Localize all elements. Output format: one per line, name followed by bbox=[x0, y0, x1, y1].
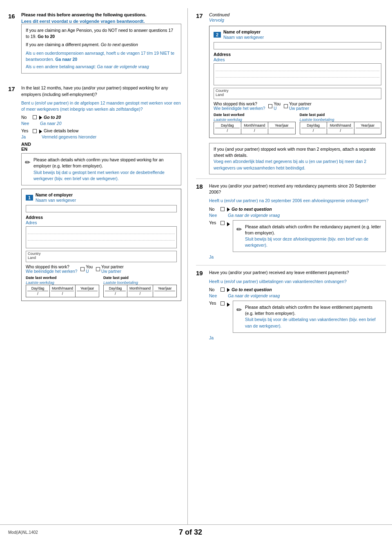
q19-yes-checkbox[interactable] bbox=[220, 301, 225, 305]
employer-1-header: 1 Name of employer Naam van werkgever bbox=[26, 192, 177, 203]
q17-no-row: No Go to 20 bbox=[21, 115, 181, 120]
employer-1-addr-en: Address bbox=[26, 215, 177, 220]
employer-2-addr-line-1[interactable] bbox=[216, 65, 379, 71]
employer-2-address-labels: Address Adres bbox=[214, 52, 381, 62]
employer-1-name-nl: Naam van werkgever bbox=[36, 198, 76, 203]
lp-year-2[interactable]: Year/jaar bbox=[354, 122, 381, 134]
page-number: 7 of 32 bbox=[179, 528, 202, 537]
employer-2-address-box bbox=[214, 63, 381, 85]
q18-no-nl-label: Nee bbox=[209, 213, 220, 218]
who-stopped-nl-1: Wie beëindigde het werken? bbox=[26, 269, 77, 274]
lw-day-2[interactable]: Day/dag / bbox=[214, 122, 241, 134]
q16-content: Please read this before answering the fo… bbox=[21, 12, 181, 78]
employer-2-name-input[interactable] bbox=[214, 42, 381, 49]
employer-2-addr-line-3[interactable] bbox=[216, 78, 379, 84]
employer-1-who-stopped: Who stopped this work? Wie beëindigde he… bbox=[26, 265, 177, 274]
last-paid-en-1: Date last paid bbox=[103, 275, 177, 280]
q19-attach-box: ✏ Please attach details which confirm th… bbox=[233, 301, 386, 333]
lw-day-1[interactable]: Day/dag / bbox=[26, 285, 50, 297]
q18-yes-label: Yes bbox=[209, 220, 220, 225]
employer-1-name-input[interactable] bbox=[26, 205, 177, 212]
q17-yes-label: Yes bbox=[21, 128, 33, 133]
lp-year-1[interactable]: Year/jaar bbox=[153, 285, 176, 297]
pencil-icon-1: ✏ bbox=[25, 158, 30, 167]
q18-yes-row: Yes ✏ Please attach details which confir… bbox=[209, 220, 386, 252]
last-paid-fields-1: Day/dag / Month/maand / Year/jaar bbox=[103, 285, 177, 297]
q19-content: Have you (and/or your partner) received … bbox=[209, 270, 386, 341]
q19-yes-nl-label: Ja bbox=[209, 335, 220, 340]
partner-nl-1: Uw partner bbox=[101, 269, 124, 274]
q17-yes-checkbox[interactable] bbox=[33, 129, 37, 133]
you-labels-2: You U bbox=[274, 102, 281, 111]
q18-text-nl: Heeft u (en/of uw partner) na 20 septemb… bbox=[209, 198, 386, 204]
q17-no-label: No bbox=[21, 115, 33, 120]
q17-yes-detail-nl: Vermeld gegevens hieronder bbox=[42, 134, 96, 139]
you-labels-1: You U bbox=[86, 265, 93, 274]
who-stopped-en-1: Who stopped this work? bbox=[26, 265, 77, 269]
q17-info-nl: Voeg een afzonderlijk blad met gegevens … bbox=[214, 159, 366, 170]
q18-no-checkbox[interactable] bbox=[220, 207, 225, 211]
employer-1-address-labels: Address Adres bbox=[26, 215, 177, 225]
lw-year-1[interactable]: Year/jaar bbox=[76, 285, 99, 297]
section-18: 18 Have you (and/or your partner) receiv… bbox=[196, 183, 386, 261]
q16-goto3: Ga naar 20 bbox=[55, 57, 77, 62]
q17-no-goto-en: Go to 20 bbox=[44, 115, 61, 120]
employer-1-last-worked: Date last worked Laatste werkdag Day/dag… bbox=[26, 275, 99, 297]
q17-attach-nl: Sluit bewijs bij dat u gestopt bent met … bbox=[33, 170, 165, 181]
q18-yes-checkbox[interactable] bbox=[220, 221, 225, 225]
employer-2-addr-line-2[interactable] bbox=[216, 71, 379, 78]
partner-checkbox-1[interactable] bbox=[96, 267, 100, 271]
q17-right-num: 17 bbox=[196, 12, 209, 174]
q19-yes-row: Yes ✏ Please attach details which confir… bbox=[209, 301, 386, 333]
pencil-icon-2: ✏ bbox=[236, 225, 242, 234]
q19-no-row: No Go to next question bbox=[209, 287, 386, 292]
last-worked-en-2: Date last worked bbox=[214, 112, 296, 117]
q17-no-nl-row: Nee Ga naar 20 bbox=[21, 121, 181, 126]
lp-month-1[interactable]: Month/maand / bbox=[127, 285, 153, 297]
q18-no-goto-nl: Ga naar de volgende vraag bbox=[228, 213, 280, 218]
q18-number: 18 bbox=[196, 183, 209, 261]
q16-goto4: Ga naar de volgende vraag bbox=[97, 64, 149, 69]
q17-en: EN bbox=[21, 147, 27, 152]
q16-notice3-text: Als u een ouderdomspensioen aanvraagt, h… bbox=[26, 51, 174, 62]
employer-1-dates: Date last worked Laatste werkdag Day/dag… bbox=[26, 275, 177, 297]
q17-number: 17 bbox=[8, 85, 21, 306]
partner-checkbox-2[interactable] bbox=[284, 104, 288, 108]
you-checkbox-2[interactable] bbox=[268, 104, 272, 108]
q17-no-checkbox[interactable] bbox=[33, 115, 37, 119]
employer-2-name-nl: Naam van werkgever bbox=[223, 35, 264, 40]
lp-day-1[interactable]: Day/dag / bbox=[104, 285, 127, 297]
lw-month-2[interactable]: Month/maand / bbox=[241, 122, 269, 134]
you-en-2: You bbox=[274, 102, 281, 106]
q19-attach-nl: Sluit bewijs bij voor de uitbetaling van… bbox=[245, 317, 376, 328]
divider-17-18 bbox=[196, 178, 386, 179]
lp-month-2[interactable]: Month/maand / bbox=[327, 122, 354, 134]
employer-2-name-labels: Name of employer Naam van werkgever bbox=[223, 29, 264, 40]
q17-continued-nl: Vervolg bbox=[209, 18, 386, 22]
employer-2-dates: Date last worked Laatste werkdag Day/dag… bbox=[214, 112, 381, 134]
employer-1-addr-line-1[interactable] bbox=[28, 227, 175, 234]
employer-1-addr-nl: Adres bbox=[26, 220, 177, 225]
last-worked-en-1: Date last worked bbox=[26, 275, 99, 280]
employer-2-badge: 2 bbox=[214, 32, 221, 38]
employer-2-who-stopped: Who stopped this work? Wie beëindigde he… bbox=[214, 102, 381, 111]
section-16: 16 Please read this before answering the… bbox=[8, 12, 181, 78]
partner-option-2: Your partner Uw partner bbox=[284, 102, 312, 111]
q17-content: In the last 12 months, have you (and/or … bbox=[21, 85, 181, 306]
q18-attach-text: Please attach details which confirm the … bbox=[245, 224, 381, 249]
page: 16 Please read this before answering the… bbox=[0, 0, 392, 553]
q17-continued-en: Continued bbox=[209, 12, 386, 17]
last-paid-fields-2: Day/dag / Month/maand / Year/jaar bbox=[300, 122, 382, 134]
who-stopped-options-2: You U Your partner Uw partner bbox=[268, 102, 312, 111]
employer-1-addr-line-2[interactable] bbox=[28, 234, 175, 241]
q19-yes-label: Yes bbox=[209, 301, 220, 305]
lw-month-1[interactable]: Month/maand / bbox=[50, 285, 76, 297]
you-checkbox-1[interactable] bbox=[80, 267, 85, 271]
q19-no-checkbox[interactable] bbox=[220, 288, 225, 292]
employer-1-addr-line-3[interactable] bbox=[28, 241, 175, 247]
who-stopped-options-1: You U Your partner Uw partner bbox=[80, 265, 124, 274]
lw-year-2[interactable]: Year/jaar bbox=[268, 122, 295, 134]
q17-no-goto-nl: Ga naar 20 bbox=[40, 121, 62, 126]
q19-no-goto-en: Go to next question bbox=[232, 287, 272, 292]
lp-day-2[interactable]: Day/dag / bbox=[300, 122, 327, 134]
